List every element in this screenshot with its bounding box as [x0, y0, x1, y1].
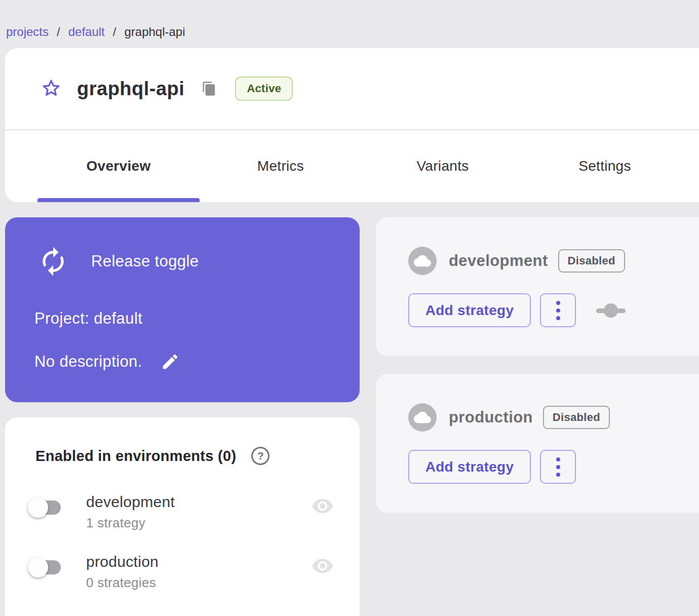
tab-settings-label: Settings	[578, 158, 631, 174]
copy-name-icon[interactable]	[202, 80, 217, 97]
environment-actions: Add strategy	[408, 450, 699, 484]
environment-name: production	[449, 408, 533, 427]
toggle-type-row: Release toggle	[37, 246, 331, 277]
environment-labels: production 0 strategies	[86, 553, 159, 591]
environment-status-badge: Disabled	[543, 406, 610, 429]
development-strategy-card: development Disabled Add strategy	[376, 217, 699, 356]
tab-metrics-label: Metrics	[257, 158, 304, 174]
breadcrumb-link-default[interactable]: default	[68, 25, 105, 39]
environment-status-badge: Disabled	[558, 249, 625, 273]
rollout-slider-icon	[596, 303, 626, 318]
breadcrumb: projects / default / graphql-api	[0, 0, 699, 48]
help-icon[interactable]: ?	[251, 447, 269, 465]
environment-avatar	[408, 247, 437, 275]
kebab-dot	[556, 457, 560, 461]
enabled-environments-card: Enabled in environments (0) ? developmen…	[5, 417, 360, 616]
environment-strategy-count: 1 strategy	[86, 515, 175, 531]
environment-header: development Disabled	[408, 247, 699, 275]
description-text: No description.	[34, 353, 142, 371]
kebab-dot	[556, 309, 560, 313]
feature-summary-card: Release toggle Project: default No descr…	[5, 217, 360, 402]
tab-metrics[interactable]: Metrics	[200, 130, 362, 202]
add-strategy-button[interactable]: Add strategy	[408, 293, 531, 327]
page-title: graphql-api	[77, 78, 184, 100]
environment-header: production Disabled	[408, 403, 699, 432]
toggle-knob	[28, 497, 48, 518]
add-strategy-button[interactable]: Add strategy	[408, 450, 531, 484]
more-options-button[interactable]	[540, 450, 576, 484]
environment-avatar	[408, 403, 437, 432]
environment-row-production: production 0 strategies	[31, 553, 334, 591]
kebab-dot	[556, 473, 560, 477]
kebab-dot	[556, 301, 560, 305]
cloud-environment-icon	[414, 409, 431, 426]
production-strategy-card: production Disabled Add strategy	[376, 374, 699, 513]
enabled-environments-header: Enabled in environments (0) ?	[31, 447, 334, 465]
breadcrumb-separator: /	[57, 25, 60, 39]
toggle-type-label: Release toggle	[91, 252, 199, 271]
tab-settings[interactable]: Settings	[524, 130, 686, 202]
status-badge: Active	[235, 76, 293, 101]
breadcrumb-separator: /	[113, 25, 116, 39]
project-label: Project: default	[34, 310, 331, 328]
description-row: No description.	[34, 352, 331, 371]
left-column: Release toggle Project: default No descr…	[5, 217, 360, 616]
environment-strategy-count: 0 strategies	[86, 575, 159, 591]
environment-name: development	[86, 493, 175, 511]
environment-labels: development 1 strategy	[86, 493, 175, 531]
development-toggle[interactable]	[31, 500, 61, 515]
overview-layout: Release toggle Project: default No descr…	[5, 217, 699, 616]
environment-name: production	[86, 553, 159, 570]
environment-actions: Add strategy	[408, 293, 699, 327]
visibility-icon[interactable]	[311, 498, 334, 515]
breadcrumb-link-projects[interactable]: projects	[6, 25, 49, 39]
production-toggle[interactable]	[31, 560, 61, 574]
favorite-star-icon[interactable]	[41, 78, 62, 99]
enabled-environments-heading: Enabled in environments (0)	[35, 448, 236, 465]
tab-overview[interactable]: Overview	[37, 130, 200, 202]
release-toggle-icon	[37, 246, 69, 277]
tab-variants[interactable]: Variants	[362, 130, 524, 202]
edit-description-icon[interactable]	[161, 352, 180, 371]
tab-overview-label: Overview	[87, 158, 151, 174]
kebab-dot	[556, 316, 560, 320]
toggle-knob	[28, 557, 48, 578]
environment-name: development	[449, 252, 548, 270]
feature-header-card: graphql-api Active Overview Metrics Vari…	[5, 48, 699, 202]
slider-knot	[604, 303, 618, 318]
more-options-button[interactable]	[540, 293, 576, 327]
feature-title-row: graphql-api Active	[5, 48, 699, 129]
right-column: development Disabled Add strategy	[376, 217, 699, 513]
cloud-environment-icon	[414, 252, 431, 270]
breadcrumb-current: graphql-api	[124, 25, 185, 39]
tab-variants-label: Variants	[416, 158, 469, 174]
active-tab-indicator	[37, 198, 200, 202]
environment-row-development: development 1 strategy	[31, 493, 334, 531]
kebab-dot	[556, 465, 560, 469]
visibility-icon[interactable]	[311, 558, 334, 574]
tab-bar: Overview Metrics Variants Settings	[5, 130, 699, 202]
